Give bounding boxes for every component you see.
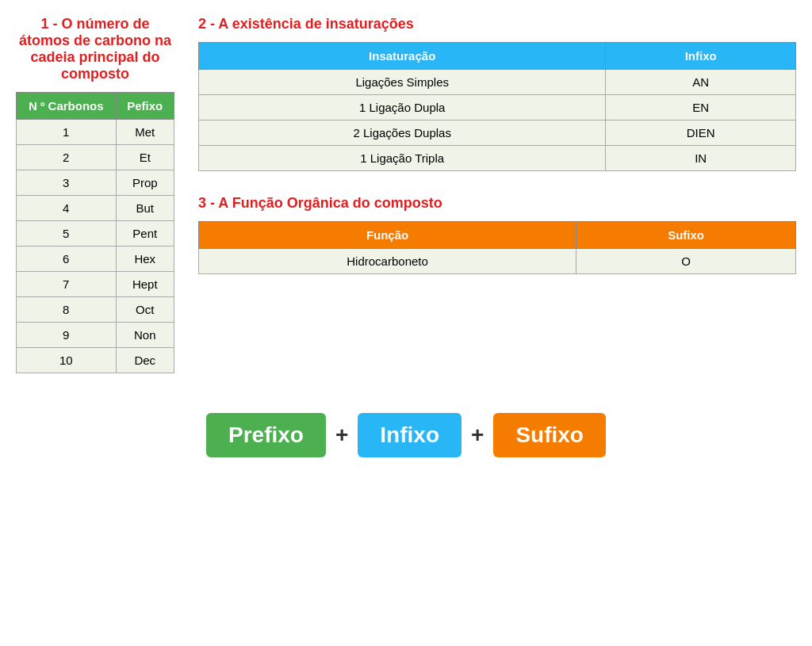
carbon-col1-header: N º Carbonos <box>17 93 117 120</box>
section3-block: 3 - A Função Orgânica do composto Função… <box>198 195 796 274</box>
carbon-num: 9 <box>17 323 117 348</box>
table-row: 7Hept <box>17 272 174 297</box>
carbon-prefix: Dec <box>116 348 174 373</box>
carbon-num: 7 <box>17 272 117 297</box>
table-row: 6Hex <box>17 247 174 272</box>
table-row: 1 Ligação TriplaIN <box>199 146 796 171</box>
plus2: + <box>471 422 484 448</box>
funcao-value: Hidrocarboneto <box>199 249 576 274</box>
table-row: 10Dec <box>17 348 174 373</box>
carbon-prefix: Hex <box>116 247 174 272</box>
main-container: 1 - O número de átomos de carbono na cad… <box>16 16 796 465</box>
left-panel: 1 - O número de átomos de carbono na cad… <box>16 16 174 373</box>
table-row: 2Et <box>17 145 174 170</box>
carbon-num: 3 <box>17 170 117 196</box>
insaturation-type: 2 Ligações Duplas <box>199 120 606 146</box>
carbon-num: 2 <box>17 145 117 170</box>
funcao-col2-header: Sufixo <box>576 222 796 249</box>
infixo-value: EN <box>606 95 796 120</box>
insat-col1-header: Insaturação <box>199 43 606 70</box>
infixo-value: AN <box>606 70 796 95</box>
insat-col2-header: Infixo <box>606 43 796 70</box>
carbon-prefix: Oct <box>116 297 174 323</box>
table-row: 2 Ligações DuplasDIEN <box>199 120 796 146</box>
infixo-value: IN <box>606 146 796 171</box>
carbon-prefix: Met <box>116 120 174 145</box>
right-panel: 2 - A existência de insaturações Insatur… <box>198 16 796 274</box>
carbon-table: N º Carbonos Pefixo 1Met2Et3Prop4But5Pen… <box>16 92 174 373</box>
table-row: 4But <box>17 196 174 221</box>
funcao-table: Função Sufixo HidrocarbonetoO <box>198 221 796 274</box>
sufixo-value: O <box>576 249 796 274</box>
infixo-box: Infixo <box>358 413 462 457</box>
table-row: 1 Ligação DuplaEN <box>199 95 796 120</box>
carbon-num: 5 <box>17 221 117 247</box>
section1-title: 1 - O número de átomos de carbono na cad… <box>16 16 174 82</box>
table-row: Ligações SimplesAN <box>199 70 796 95</box>
funcao-col1-header: Função <box>199 222 576 249</box>
table-row: 8Oct <box>17 297 174 323</box>
carbon-prefix: Non <box>116 323 174 348</box>
formula-section: Prefixo + Infixo + Sufixo <box>16 405 796 465</box>
table-row: HidrocarbonetoO <box>199 249 796 274</box>
insaturation-table: Insaturação Infixo Ligações SimplesAN1 L… <box>198 42 796 171</box>
carbon-num: 8 <box>17 297 117 323</box>
prefixo-box: Prefixo <box>206 413 326 457</box>
insaturation-type: 1 Ligação Dupla <box>199 95 606 120</box>
section2-block: 2 - A existência de insaturações Insatur… <box>198 16 796 171</box>
carbon-num: 10 <box>17 348 117 373</box>
top-section: 1 - O número de átomos de carbono na cad… <box>16 16 796 373</box>
plus1: + <box>335 422 348 448</box>
table-row: 1Met <box>17 120 174 145</box>
carbon-prefix: Pent <box>116 221 174 247</box>
table-row: 5Pent <box>17 221 174 247</box>
carbon-prefix: Et <box>116 145 174 170</box>
carbon-num: 6 <box>17 247 117 272</box>
infixo-value: DIEN <box>606 120 796 146</box>
carbon-prefix: Prop <box>116 170 174 196</box>
carbon-col2-header: Pefixo <box>116 93 174 120</box>
sufixo-box: Sufixo <box>493 413 606 457</box>
section3-title: 3 - A Função Orgânica do composto <box>198 195 796 212</box>
carbon-num: 4 <box>17 196 117 221</box>
table-row: 9Non <box>17 323 174 348</box>
insaturation-type: 1 Ligação Tripla <box>199 146 606 171</box>
section2-title: 2 - A existência de insaturações <box>198 16 796 32</box>
carbon-prefix: Hept <box>116 272 174 297</box>
insaturation-type: Ligações Simples <box>199 70 606 95</box>
carbon-num: 1 <box>17 120 117 145</box>
carbon-prefix: But <box>116 196 174 221</box>
table-row: 3Prop <box>17 170 174 196</box>
